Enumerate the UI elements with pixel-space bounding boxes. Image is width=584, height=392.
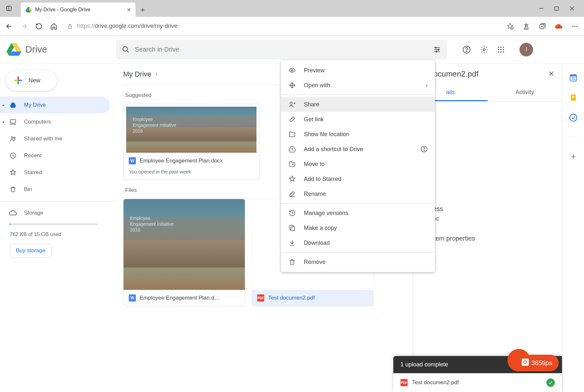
keep-icon[interactable] bbox=[569, 93, 578, 102]
office-logo-icon: O bbox=[522, 359, 529, 366]
lock-icon bbox=[67, 24, 73, 29]
apps-icon[interactable] bbox=[497, 46, 505, 53]
sidebar-item-computers[interactable]: ▸ Computers bbox=[0, 113, 110, 130]
svg-point-31 bbox=[498, 51, 499, 53]
search-options-icon[interactable] bbox=[433, 46, 441, 53]
svg-point-56 bbox=[572, 96, 574, 98]
copy-icon bbox=[288, 224, 296, 232]
favorite-icon[interactable] bbox=[506, 22, 515, 31]
menu-label: Share bbox=[304, 101, 319, 108]
new-button[interactable]: New bbox=[6, 70, 57, 91]
divider bbox=[281, 95, 435, 95]
sidebar-item-label: Shared with me bbox=[24, 136, 62, 142]
recent-icon bbox=[9, 152, 17, 159]
menu-share[interactable]: Share bbox=[281, 97, 435, 112]
shared-icon bbox=[9, 135, 17, 142]
chevron-right-icon: › bbox=[426, 82, 428, 89]
menu-rename[interactable]: Rename bbox=[281, 186, 435, 201]
url-bar[interactable]: https://drive.google.com/drive/my-drive bbox=[64, 23, 500, 30]
expand-icon[interactable]: ▸ bbox=[3, 103, 5, 107]
history-icon bbox=[288, 209, 296, 217]
maximize-icon[interactable] bbox=[554, 6, 559, 11]
collections-icon[interactable] bbox=[538, 22, 547, 31]
eye-icon bbox=[288, 67, 296, 74]
sidebar-item-label: My Drive bbox=[24, 102, 46, 108]
sidebar-item-starred[interactable]: Starred bbox=[0, 164, 110, 181]
svg-rect-3 bbox=[555, 6, 558, 10]
svg-point-61 bbox=[424, 150, 424, 151]
file-card[interactable]: EmployeeEngagement Initiative2018 W Empl… bbox=[123, 199, 245, 306]
download-icon bbox=[288, 239, 296, 246]
drive-logo[interactable]: Drive bbox=[6, 43, 110, 56]
browser-tab[interactable]: My Drive - Google Drive ✕ bbox=[21, 3, 136, 17]
gear-icon[interactable] bbox=[480, 45, 488, 54]
avatar[interactable]: I bbox=[519, 43, 533, 56]
svg-point-30 bbox=[503, 49, 504, 50]
new-tab-button[interactable]: ＋ bbox=[136, 3, 150, 17]
reload-icon[interactable] bbox=[34, 22, 43, 31]
tasks-icon[interactable] bbox=[569, 113, 578, 122]
tab-actions-icon[interactable] bbox=[0, 0, 18, 17]
menu-manage-versions[interactable]: Manage versions bbox=[281, 206, 435, 220]
search-bar[interactable] bbox=[116, 40, 447, 59]
breadcrumb[interactable]: My Drive bbox=[123, 70, 159, 78]
more-icon[interactable] bbox=[570, 22, 579, 31]
menu-make-copy[interactable]: Make a copy bbox=[281, 220, 435, 235]
help-icon[interactable] bbox=[462, 45, 471, 54]
menu-label: Move to bbox=[304, 161, 325, 168]
sidebar-item-storage[interactable]: Storage bbox=[0, 205, 110, 221]
file-thumbnail: EmployeeEngagement Initiative2018 bbox=[124, 199, 245, 290]
close-window-icon[interactable] bbox=[570, 6, 574, 11]
tab-title: My Drive - Google Drive bbox=[35, 7, 124, 13]
sidebar-item-label: Recent bbox=[24, 152, 42, 159]
search-input[interactable] bbox=[135, 46, 428, 53]
rename-icon bbox=[288, 190, 296, 197]
sidebar-item-shared[interactable]: Shared with me bbox=[0, 130, 110, 147]
help-icon[interactable] bbox=[421, 146, 428, 153]
menu-open-with[interactable]: Open with › bbox=[281, 78, 435, 93]
menu-label: Download bbox=[304, 240, 330, 246]
home-icon[interactable] bbox=[49, 22, 58, 31]
close-details-icon[interactable]: ✕ bbox=[548, 70, 554, 78]
svg-point-14 bbox=[123, 47, 127, 51]
calendar-icon[interactable]: 31 bbox=[569, 73, 578, 82]
menu-add-shortcut[interactable]: Add a shortcut to Drive bbox=[281, 142, 435, 157]
svg-point-25 bbox=[498, 46, 499, 48]
menu-add-starred[interactable]: Add to Starred bbox=[281, 172, 435, 186]
star-icon bbox=[9, 169, 17, 176]
menu-label: Add a shortcut to Drive bbox=[304, 146, 363, 153]
sidebar-item-my-drive[interactable]: ▸ My Drive bbox=[0, 97, 110, 113]
svg-point-12 bbox=[574, 26, 576, 27]
suggested-card[interactable]: EmployeeEngagement Initiative2018 W Empl… bbox=[123, 104, 259, 180]
sidebar-item-bin[interactable]: Bin bbox=[0, 181, 110, 198]
buy-storage-button[interactable]: Buy storage bbox=[10, 244, 52, 257]
back-icon[interactable] bbox=[5, 22, 14, 31]
moveto-icon bbox=[288, 160, 296, 168]
svg-point-23 bbox=[466, 51, 467, 52]
menu-remove[interactable]: Remove bbox=[281, 255, 435, 269]
drive-logo-text: Drive bbox=[25, 44, 47, 55]
add-rail-icon[interactable]: ＋ bbox=[569, 152, 578, 160]
tab-activity[interactable]: Activity bbox=[488, 84, 562, 101]
computers-icon bbox=[9, 118, 17, 125]
menu-download[interactable]: Download bbox=[281, 235, 435, 250]
forward-icon[interactable] bbox=[19, 22, 29, 31]
favorites-list-icon[interactable] bbox=[522, 22, 531, 31]
menu-get-link[interactable]: Get link bbox=[281, 112, 435, 127]
tab-close-icon[interactable]: ✕ bbox=[127, 7, 131, 13]
menu-move-to[interactable]: Move to bbox=[281, 157, 435, 172]
menu-label: Preview bbox=[304, 67, 325, 74]
cloud-ext-icon[interactable] bbox=[554, 22, 563, 31]
expand-icon[interactable]: ▸ bbox=[3, 120, 5, 124]
word-doc-icon: W bbox=[129, 294, 136, 302]
menu-preview[interactable]: Preview bbox=[281, 63, 435, 78]
svg-point-40 bbox=[11, 137, 13, 139]
storage-text: 762 KB of 15 GB used bbox=[0, 229, 116, 240]
trash-icon bbox=[288, 258, 296, 266]
sidebar-item-label: Bin bbox=[24, 186, 32, 193]
minimize-icon[interactable] bbox=[539, 6, 543, 11]
sidebar-item-recent[interactable]: Recent bbox=[0, 147, 110, 164]
file-title: Test documen2.pdf bbox=[268, 295, 315, 301]
context-menu: Preview Open with › Share Get link Show … bbox=[281, 60, 435, 272]
menu-show-location[interactable]: Show file location bbox=[281, 127, 435, 142]
